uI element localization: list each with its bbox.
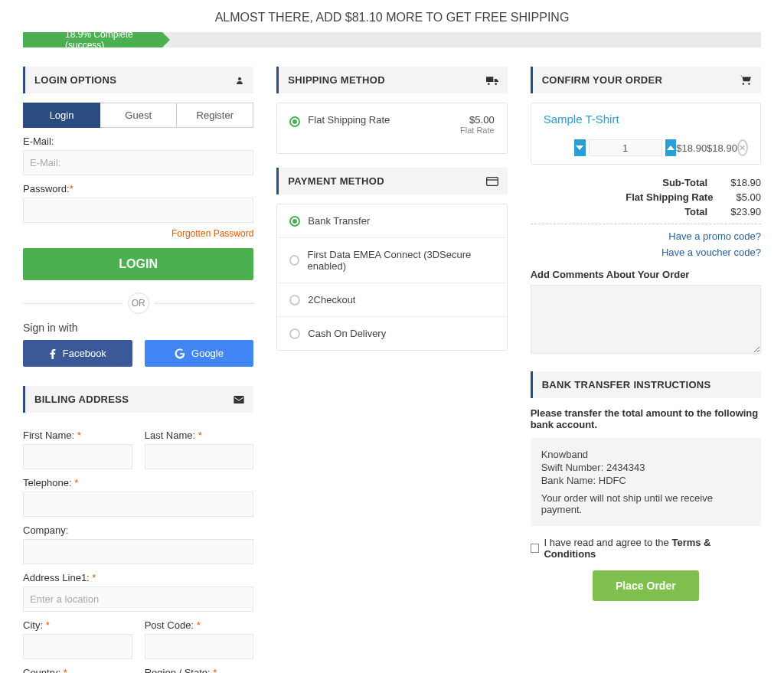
payment-option[interactable]: Bank Transfer <box>277 204 506 237</box>
progress-fill: 18.9% Complete (success) <box>23 32 162 47</box>
or-divider: OR <box>23 292 253 314</box>
close-icon: ✕ <box>739 143 746 153</box>
tab-register[interactable]: Register <box>177 103 253 128</box>
payment-method-panel-header: PAYMENT METHOD <box>276 168 507 194</box>
shipping-method-panel-header: SHIPPING METHOD <box>276 67 507 93</box>
cart-icon <box>740 75 752 86</box>
addr1-input[interactable] <box>23 586 253 612</box>
agree-checkbox[interactable] <box>531 544 540 553</box>
payment-option[interactable]: 2Checkout <box>277 283 506 316</box>
user-icon <box>235 76 244 85</box>
country-label: Country: * <box>23 667 132 673</box>
login-button[interactable]: LOGIN <box>23 248 253 280</box>
telephone-label: Telephone: * <box>23 477 253 488</box>
forgotten-password-link[interactable]: Forgotten Password <box>172 228 253 239</box>
unit-price: $18.90 <box>676 142 707 154</box>
radio-icon[interactable] <box>289 255 299 266</box>
promo-code-link[interactable]: Have a promo code? <box>531 230 761 242</box>
agree-text: I have read and agree to the Terms & Con… <box>544 537 761 560</box>
signin-with-label: Sign in with <box>23 322 253 334</box>
voucher-code-link[interactable]: Have a voucher code? <box>531 247 761 258</box>
qty-decrease-button[interactable] <box>574 139 586 156</box>
last-name-input[interactable] <box>145 444 254 469</box>
city-label: City: * <box>23 619 132 631</box>
billing-address-panel-header: BILLING ADDRESS <box>23 386 253 413</box>
google-icon <box>175 348 185 359</box>
confirm-order-panel-header: CONFIRM YOUR ORDER <box>531 67 761 93</box>
google-button[interactable]: Google <box>145 340 254 367</box>
company-label: Company: <box>23 524 253 536</box>
place-order-button[interactable]: Place Order <box>593 570 699 601</box>
last-name-label: Last Name: * <box>145 430 254 441</box>
password-input[interactable] <box>23 198 253 223</box>
truck-icon <box>486 76 498 85</box>
svg-rect-1 <box>486 177 498 185</box>
svg-point-0 <box>238 77 241 80</box>
tab-login[interactable]: Login <box>23 103 100 128</box>
radio-icon[interactable] <box>289 295 300 305</box>
order-total-row: Sub-Total$18.90 <box>531 175 761 190</box>
region-label: Region / State: * <box>145 667 254 673</box>
postcode-label: Post Code: * <box>145 619 254 631</box>
order-comments-label: Add Comments About Your Order <box>531 269 761 280</box>
order-comments-input[interactable] <box>531 285 761 354</box>
first-name-label: First Name: * <box>23 430 132 441</box>
facebook-button[interactable]: Facebook <box>23 340 132 367</box>
shipping-option[interactable]: Flat Shipping Rate $5.00Flat Rate <box>289 114 494 135</box>
payment-option[interactable]: Cash On Delivery <box>277 316 506 350</box>
tab-guest[interactable]: Guest <box>100 103 177 128</box>
order-total-row: Flat Shipping Rate$5.00 <box>531 190 761 204</box>
email-input[interactable] <box>23 150 253 175</box>
postcode-input[interactable] <box>145 634 254 659</box>
addr1-label: Address Line1: * <box>23 572 253 583</box>
facebook-icon <box>49 348 57 359</box>
progress-bar: 18.9% Complete (success) <box>23 32 761 47</box>
envelope-icon <box>234 396 244 403</box>
order-item-name[interactable]: Sample T-Shirt <box>544 113 619 126</box>
line-total: $18.90 <box>707 142 737 154</box>
qty-increase-button[interactable] <box>665 139 677 156</box>
radio-icon[interactable] <box>289 116 300 127</box>
order-total-row: Total$23.90 <box>531 204 761 219</box>
email-label: E-Mail: <box>23 136 253 147</box>
telephone-input[interactable] <box>23 492 253 517</box>
password-label: Password:* <box>23 183 253 194</box>
chevron-down-icon <box>576 145 583 150</box>
divider <box>531 224 761 224</box>
credit-card-icon <box>486 177 498 186</box>
chevron-up-icon <box>667 145 675 150</box>
city-input[interactable] <box>23 634 132 659</box>
bank-transfer-panel-header: BANK TRANSFER INSTRUCTIONS <box>531 371 761 398</box>
radio-icon[interactable] <box>289 328 300 339</box>
qty-input[interactable] <box>589 139 662 156</box>
first-name-input[interactable] <box>23 444 132 469</box>
bank-instructions-box: Knowband Swift Number: 2434343 Bank Name… <box>531 438 761 526</box>
payment-option[interactable]: First Data EMEA Connect (3DSecure enable… <box>277 237 506 283</box>
remove-item-button[interactable]: ✕ <box>737 139 748 156</box>
radio-icon[interactable] <box>289 216 300 227</box>
company-input[interactable] <box>23 539 253 564</box>
login-options-panel-header: LOGIN OPTIONS <box>23 67 253 93</box>
bank-instructions-intro: Please transfer the total amount to the … <box>531 407 761 430</box>
